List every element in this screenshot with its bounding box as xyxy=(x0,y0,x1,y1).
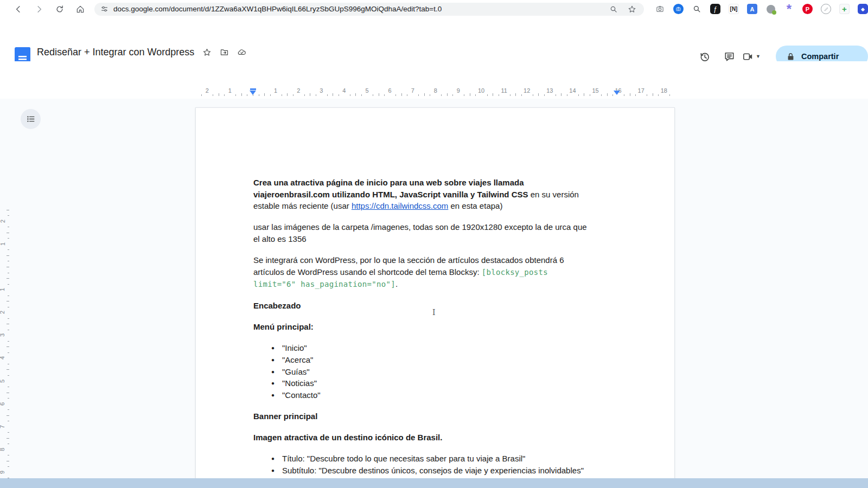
list-item-text: "Acerca" xyxy=(282,355,313,364)
bullet-dot: ● xyxy=(271,453,275,465)
doc-paragraph[interactable]: usar las imágenes de la carpeta /imagene… xyxy=(253,221,618,245)
ruler-tick xyxy=(538,93,539,96)
ruler-tick xyxy=(316,94,316,96)
zoom-page-icon[interactable] xyxy=(609,5,618,14)
text-run: el alto es 1356 xyxy=(253,234,307,243)
forward-button[interactable] xyxy=(33,3,46,16)
ruler-tick xyxy=(447,93,448,96)
ruler-tick xyxy=(8,455,9,455)
text-run: Banner principal xyxy=(253,412,317,421)
reload-button[interactable] xyxy=(53,3,66,16)
doc-paragraph[interactable]: Crea una atractiva página de inicio para… xyxy=(253,177,618,212)
ruler-tick xyxy=(635,94,636,96)
translate-extension[interactable]: A xyxy=(747,4,757,14)
doc-paragraph[interactable]: Se integrará con WordPress, por lo que l… xyxy=(253,254,618,291)
document-outline-button[interactable] xyxy=(21,109,41,129)
adder-extension[interactable]: + xyxy=(839,4,850,14)
ruler-tick xyxy=(333,93,333,96)
doc-heading[interactable]: Menú principal: xyxy=(253,321,618,333)
list-item[interactable]: ●Título: "Descubre todo lo que necesitas… xyxy=(253,453,618,465)
fonts-extension[interactable]: ƒ xyxy=(710,4,720,14)
pets-extension[interactable] xyxy=(765,4,776,14)
ruler-number: 6 xyxy=(388,87,392,94)
list-item-text: "Inicio" xyxy=(282,343,307,352)
ruler-number: 15 xyxy=(592,87,598,94)
list-item[interactable]: ●"Noticias" xyxy=(253,377,618,389)
ruler-tick xyxy=(8,364,9,364)
list-item-text: "Contacto" xyxy=(282,390,321,400)
ruler-tick xyxy=(213,94,213,96)
ruler-tick xyxy=(7,393,9,393)
ruler-tick xyxy=(8,375,9,376)
list-item[interactable]: ●"Inicio" xyxy=(253,342,618,354)
ruler-tick xyxy=(259,94,259,96)
ruler-tick xyxy=(224,94,225,96)
ruler-tick xyxy=(293,94,293,96)
ruler-tick xyxy=(339,94,339,96)
doc-heading[interactable]: Imagen atractiva de un destino icónico d… xyxy=(253,432,618,444)
ruler-tick xyxy=(653,93,653,96)
bullet-dot: ● xyxy=(271,377,275,389)
list-item[interactable]: ●"Contacto" xyxy=(253,389,618,401)
star-document-icon[interactable] xyxy=(202,48,212,57)
ruler-number: 4 xyxy=(0,356,5,359)
clipper-extension[interactable]: [N] xyxy=(729,4,739,14)
ruler-tick xyxy=(287,93,288,96)
ruler-number: 1 xyxy=(228,87,232,94)
document-content[interactable]: Crea una atractiva página de inicio para… xyxy=(253,177,618,486)
back-button[interactable] xyxy=(12,3,25,16)
list-item[interactable]: ●"Guías" xyxy=(253,366,618,378)
document-title[interactable]: Rediseñar + Integrar con Wordpress xyxy=(37,47,194,58)
ruler-tick xyxy=(8,307,9,307)
ruler-tick xyxy=(379,93,379,96)
search-extension[interactable] xyxy=(692,4,702,14)
ruler-tick xyxy=(493,93,493,96)
site-info-icon[interactable] xyxy=(100,4,109,14)
list-item[interactable]: ●"Acerca" xyxy=(253,354,618,366)
ruler-tick xyxy=(487,94,488,96)
asterisk-extension[interactable]: * xyxy=(784,4,794,14)
bottom-window-edge xyxy=(0,478,868,488)
bullet-dot: ● xyxy=(271,342,275,354)
pinterest-extension[interactable]: P xyxy=(802,4,813,14)
bookmark-star-icon[interactable] xyxy=(628,5,636,14)
camera-extension[interactable] xyxy=(655,4,665,14)
document-status-icon[interactable] xyxy=(237,48,246,57)
doc-heading[interactable]: Encabezado xyxy=(253,300,618,312)
ruler-tick xyxy=(8,227,9,227)
home-button[interactable] xyxy=(74,3,87,16)
url-text[interactable]: docs.google.com/document/d/1ZZwa6aXW1qBH… xyxy=(113,5,609,13)
capture-extension[interactable] xyxy=(673,4,684,14)
move-document-icon[interactable] xyxy=(220,48,229,57)
ruler-number: 18 xyxy=(661,87,667,94)
document-page[interactable]: Crea una atractiva página de inicio para… xyxy=(195,107,675,487)
right-indent-triangle[interactable] xyxy=(614,91,620,95)
doc-heading[interactable]: Banner principal xyxy=(253,410,618,422)
list-item[interactable]: ●Subtítulo: "Descubre destinos únicos, c… xyxy=(253,465,618,477)
left-indent-triangle[interactable] xyxy=(250,91,256,95)
text-run: viajeroenbrasil.com utilizando HTML, Jav… xyxy=(253,190,528,199)
left-indent-marker[interactable] xyxy=(250,88,256,95)
ruler-tick xyxy=(7,438,9,439)
ruler-number: 2 xyxy=(0,311,5,314)
first-line-indent-bar[interactable] xyxy=(250,88,256,90)
ruler-number: 8 xyxy=(434,87,437,94)
ruler-tick xyxy=(8,318,9,319)
chevron-down-icon[interactable]: ▼ xyxy=(756,54,761,59)
ruler-number: 11 xyxy=(501,87,507,94)
horizontal-ruler[interactable]: 21123456789101112131415161718 xyxy=(0,84,868,99)
ruler-tick xyxy=(7,346,9,347)
ruler-tick xyxy=(561,93,561,96)
ruler-tick xyxy=(270,94,271,96)
ruler-tick xyxy=(601,94,602,96)
ruler-tick xyxy=(584,93,584,96)
ruler-tick xyxy=(658,94,659,96)
hyperlink[interactable]: https://cdn.tailwindcss.com xyxy=(352,201,448,210)
ruler-number: 7 xyxy=(0,425,5,428)
vertical-ruler[interactable]: 2112345678910111213 xyxy=(0,197,10,488)
notes-extension[interactable] xyxy=(821,4,831,14)
ruler-tick xyxy=(8,421,9,421)
right-indent-marker[interactable] xyxy=(614,91,620,95)
wallet-extension[interactable]: ◆ xyxy=(858,4,868,14)
address-bar[interactable]: docs.google.com/document/d/1ZZwa6aXW1qBH… xyxy=(94,3,644,16)
